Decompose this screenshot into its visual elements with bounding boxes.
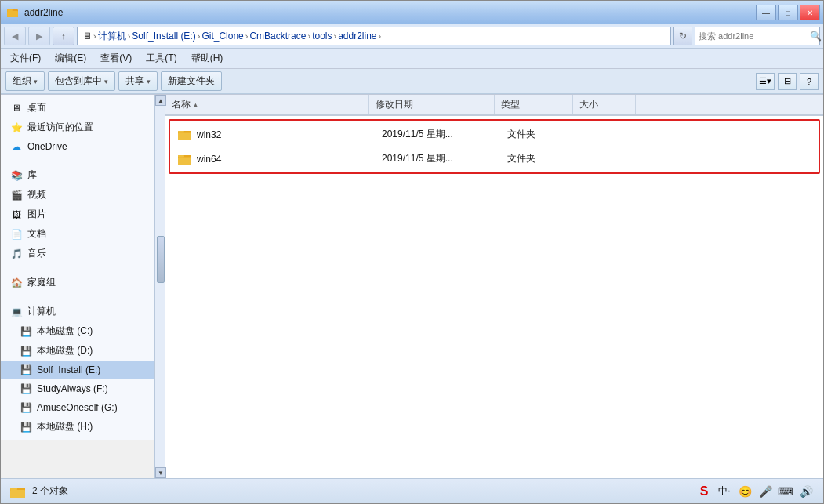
minimize-button[interactable]: —: [756, 5, 776, 20]
status-left: 2 个对象: [10, 484, 68, 499]
tray-icon-keyboard[interactable]: ⌨: [778, 484, 793, 499]
organize-button[interactable]: 组织 ▾: [5, 71, 45, 91]
sidebar-item-disk-d[interactable]: 💾 本地磁盘 (D:): [1, 341, 154, 361]
tray-icon-volume[interactable]: 🔊: [798, 484, 814, 499]
tray-icon-emoji[interactable]: 😊: [737, 484, 753, 499]
file-date-win64: 2019/11/5 星期...: [376, 150, 501, 167]
sidebar-item-disk-e[interactable]: 💾 Solf_Install (E:): [1, 361, 154, 379]
sidebar-item-music[interactable]: 🎵 音乐: [1, 244, 154, 263]
svg-rect-11: [10, 490, 25, 498]
path-segment-cmbacktrace[interactable]: CmBacktrace: [249, 31, 306, 42]
svg-rect-5: [178, 132, 191, 140]
menu-tools[interactable]: 工具(T): [140, 50, 183, 67]
sidebar-item-desktop[interactable]: 🖥 桌面: [1, 98, 154, 118]
sidebar-scrollbar[interactable]: ▲ ▼: [154, 95, 165, 478]
path-segment-computer[interactable]: 计算机: [98, 30, 126, 43]
title-bar-buttons: — □ ✕: [756, 5, 820, 20]
search-input[interactable]: [699, 31, 807, 41]
new-folder-button[interactable]: 新建文件夹: [161, 71, 222, 91]
sidebar-label-recent: 最近访问的位置: [27, 121, 93, 134]
maximize-button[interactable]: □: [778, 5, 798, 20]
sidebar-label-music: 音乐: [27, 247, 46, 260]
sidebar-scroll-down[interactable]: ▼: [155, 467, 166, 478]
recent-icon: ⭐: [10, 121, 23, 134]
share-dropdown-arrow: ▾: [147, 78, 151, 85]
menu-view[interactable]: 查看(V): [94, 50, 138, 67]
sidebar-label-video: 视频: [27, 188, 46, 201]
share-button[interactable]: 共享 ▾: [118, 71, 158, 91]
address-path[interactable]: 🖥 › 计算机 › Solf_Install (E:) › Git_Clone …: [77, 27, 671, 45]
file-type-win32: 文件夹: [501, 126, 579, 143]
svg-rect-7: [178, 155, 184, 158]
sidebar-item-homegroup[interactable]: 🏠 家庭组: [1, 273, 154, 292]
image-icon: 🖼: [10, 208, 23, 221]
file-cell-name-win64: win64: [172, 151, 376, 167]
highlighted-group: win32 2019/11/5 星期... 文件夹: [169, 119, 820, 174]
sidebar-item-image[interactable]: 🖼 图片: [1, 205, 154, 224]
sidebar-scroll-thumb[interactable]: [157, 236, 165, 283]
sidebar-item-onedrive[interactable]: ☁ OneDrive: [1, 137, 154, 156]
path-segment-addr2line[interactable]: addr2line: [338, 31, 376, 42]
sidebar-label-image: 图片: [27, 208, 46, 221]
disk-e-icon: 💾: [20, 364, 32, 376]
up-button[interactable]: ↑: [53, 27, 74, 45]
refresh-button[interactable]: ↻: [673, 27, 692, 45]
video-icon: 🎬: [10, 189, 23, 201]
sidebar-item-recent[interactable]: ⭐ 最近访问的位置: [1, 118, 154, 137]
tray-icon-ime[interactable]: 中·: [717, 484, 732, 499]
organize-dropdown-arrow: ▾: [34, 78, 38, 85]
sidebar-item-computer[interactable]: 💻 计算机: [1, 302, 154, 321]
sidebar-scroll-up[interactable]: ▲: [155, 95, 166, 106]
sidebar-label-disk-h: 本地磁盘 (H:): [37, 420, 93, 433]
menu-edit[interactable]: 编辑(E): [49, 50, 93, 67]
sidebar-label-disk-e: Solf_Install (E:): [37, 364, 100, 375]
include-dropdown-arrow: ▾: [104, 78, 108, 85]
sidebar-item-disk-c[interactable]: 💾 本地磁盘 (C:): [1, 321, 154, 341]
organize-label: 组织: [13, 74, 31, 88]
sidebar-item-disk-h[interactable]: 💾 本地磁盘 (H:): [1, 417, 154, 437]
sidebar-item-document[interactable]: 📄 文档: [1, 224, 154, 244]
col-header-size[interactable]: 大小: [573, 95, 636, 114]
path-segment-tools[interactable]: tools: [312, 31, 332, 42]
close-button[interactable]: ✕: [800, 5, 820, 20]
col-header-date[interactable]: 修改日期: [369, 95, 495, 114]
path-segment-drive[interactable]: Solf_Install (E:): [132, 31, 195, 42]
tray-icon-sogou[interactable]: S: [696, 484, 712, 499]
file-row-win32[interactable]: win32 2019/11/5 星期... 文件夹: [170, 122, 819, 147]
col-header-name[interactable]: 名称 ▲: [165, 95, 369, 114]
forward-button[interactable]: ▶: [28, 27, 50, 45]
disk-g-icon: 💾: [20, 401, 32, 414]
tray-icon-mic[interactable]: 🎤: [757, 484, 773, 499]
sidebar-item-library[interactable]: 📚 库: [1, 165, 154, 185]
col-header-type[interactable]: 类型: [495, 95, 573, 114]
sidebar-label-disk-f: StudyAlways (F:): [37, 383, 108, 394]
menu-help[interactable]: 帮助(H): [185, 50, 230, 67]
sidebar-label-library: 库: [27, 169, 37, 182]
sidebar-item-disk-g[interactable]: 💾 AmuseOneself (G:): [1, 398, 154, 417]
sidebar-label-disk-g: AmuseOneself (G:): [37, 402, 118, 413]
main-area: 🖥 桌面 ⭐ 最近访问的位置 ☁ OneDrive: [1, 95, 823, 478]
status-folder-icon: [10, 484, 26, 499]
search-box[interactable]: 🔍: [695, 27, 820, 45]
new-folder-label: 新建文件夹: [168, 74, 215, 88]
view-options-button[interactable]: ☰▾: [756, 73, 775, 90]
sort-arrow-name: ▲: [192, 101, 199, 109]
preview-pane-button[interactable]: ⊟: [778, 73, 797, 90]
back-button[interactable]: ◀: [4, 27, 26, 45]
svg-rect-1: [7, 9, 13, 11]
path-segment-gitclone[interactable]: Git_Clone: [201, 31, 243, 42]
search-icon[interactable]: 🔍: [810, 30, 822, 42]
menu-file[interactable]: 文件(F): [4, 50, 47, 67]
file-date-win32: 2019/11/5 星期...: [376, 126, 501, 143]
sidebar-label-disk-c: 本地磁盘 (C:): [37, 325, 93, 338]
help-button[interactable]: ?: [800, 73, 819, 90]
sidebar-item-disk-f[interactable]: 💾 StudyAlways (F:): [1, 379, 154, 398]
address-bar: ◀ ▶ ↑ 🖥 › 计算机 › Solf_Install (E:) › Git_…: [1, 24, 823, 49]
include-library-button[interactable]: 包含到库中 ▾: [48, 71, 115, 91]
filename-win32: win32: [197, 129, 221, 140]
sidebar-item-video[interactable]: 🎬 视频: [1, 185, 154, 205]
file-row-win64[interactable]: win64 2019/11/5 星期... 文件夹: [170, 147, 819, 171]
svg-rect-10: [10, 488, 17, 490]
sidebar-label-homegroup: 家庭组: [27, 276, 56, 289]
sidebar-label-disk-d: 本地磁盘 (D:): [37, 344, 93, 357]
